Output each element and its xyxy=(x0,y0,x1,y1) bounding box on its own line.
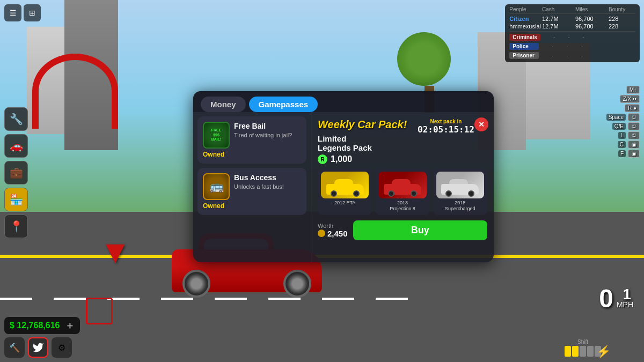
speed-number: 0 xyxy=(599,286,613,312)
hud-key-r: R ● xyxy=(606,104,640,112)
prisoner-section: Prisoner - - - xyxy=(509,51,635,60)
sidebar-shop-btn[interactable]: 🏪 xyxy=(4,188,28,211)
twitter-btn[interactable] xyxy=(28,337,48,358)
c-key: ◉ xyxy=(628,141,640,149)
sidebar-wrench-btn[interactable]: 🔧 xyxy=(4,107,28,131)
scoreboard: People Cash Miles Bounty Citizen 12.7M 9… xyxy=(505,4,640,62)
settings-btn[interactable]: ⚙ xyxy=(52,337,72,358)
buy-row: Worth 2,450 Buy xyxy=(318,220,487,240)
citizen-bounty: 228 xyxy=(609,16,635,22)
car-image-red xyxy=(378,172,426,198)
criminals-label: Criminals xyxy=(509,34,540,41)
car-image-white xyxy=(436,172,484,198)
free-bail-icon: FREE$$$BAIL! xyxy=(203,122,230,149)
citizen-label: Citizen xyxy=(509,16,541,22)
prisoner-label: Prisoner xyxy=(509,52,539,59)
pack-price: R 1,000 xyxy=(318,154,372,164)
weekly-car-pack: ✕ Weekly Car Pack! LimitedLegends Pack R… xyxy=(311,112,494,262)
next-pack-info: Next pack in 02:05:15:12 xyxy=(418,119,474,135)
buy-button[interactable]: Buy xyxy=(353,220,487,240)
criminals-section: Criminals - - - xyxy=(509,33,635,42)
space-key: ① xyxy=(628,113,640,121)
shop-body: FREE$$$BAIL! Free Bail Tired of waiting … xyxy=(193,112,494,262)
bottom-icons: 🔨 ⚙ xyxy=(4,337,80,358)
gp-name-free-bail: Free Bail xyxy=(234,122,301,130)
sidebar-bag-btn[interactable]: 💼 xyxy=(4,161,28,184)
shift-segments xyxy=(565,346,601,357)
cars-grid: 2012 ETA 2018 Projection 8 xyxy=(318,168,487,215)
worth-value: 2,450 xyxy=(318,229,348,238)
left-sidebar: 🔧 🚗 💼 🏪 📍 xyxy=(4,107,28,238)
pack-name: LimitedLegends Pack xyxy=(318,134,372,152)
citizen-row: Citizen 12.7M 96,700 228 xyxy=(509,15,635,23)
scoreboard-header: People Cash Miles Bounty xyxy=(509,6,635,14)
inventory-icon[interactable]: ☰ xyxy=(4,4,21,21)
close-button[interactable]: ✕ xyxy=(474,117,488,131)
citizen-miles: 96,700 xyxy=(575,16,608,22)
car-label-2: 2018 Projection 8 xyxy=(378,200,426,212)
worth-label: Worth xyxy=(318,223,348,229)
robux-icon: R xyxy=(318,154,327,164)
car-thumb-2: 2018 Projection 8 xyxy=(375,168,429,215)
gp-name-bus: Bus Access xyxy=(234,173,301,182)
red-arch-decoration xyxy=(32,54,118,129)
arrow-box-indicator xyxy=(86,298,113,324)
sb-cash-header: Cash xyxy=(542,6,574,12)
user-label: hmmexusiai xyxy=(509,23,541,29)
down-arrow-indicator: ▼ xyxy=(99,236,131,268)
car-label-1: 2012 ETA xyxy=(321,200,369,206)
next-pack-label: Next pack in xyxy=(418,119,474,124)
hammer-btn[interactable]: 🔨 xyxy=(4,337,25,358)
next-pack-timer: 02:05:15:12 xyxy=(418,124,474,135)
zx-key: Z/X •• xyxy=(620,95,640,103)
police-label: Police xyxy=(509,43,539,50)
tab-money[interactable]: Money xyxy=(201,97,246,112)
sidebar-car-btn[interactable]: 🚗 xyxy=(4,134,28,158)
hud-key-move: M↕ xyxy=(606,86,640,94)
electric-indicator: ⚡ xyxy=(596,345,611,359)
worth-number: 2,450 xyxy=(327,229,348,238)
owned-badge-bus: Owned xyxy=(203,202,301,210)
police-section: Police - - - xyxy=(509,42,635,51)
shift-bar: Shift xyxy=(565,339,601,357)
qe-key: ① xyxy=(628,122,640,130)
tab-gamepasses[interactable]: Gamepasses xyxy=(249,97,318,112)
top-left-icons: ☰ ⊞ xyxy=(4,4,41,21)
pack-price-num: 1,000 xyxy=(331,154,352,164)
car-thumb-1: 2012 ETA xyxy=(318,168,372,215)
gp-desc-bus: Unlocks a fast bus! xyxy=(234,183,301,190)
sb-people-header: People xyxy=(509,6,541,12)
gp-desc-free-bail: Tired of waiting in jail? xyxy=(234,131,301,139)
shift-label: Shift xyxy=(577,339,588,345)
list-item[interactable]: FREE$$$BAIL! Free Bail Tired of waiting … xyxy=(197,116,306,164)
user-miles: 96,700 xyxy=(575,23,608,29)
f-key: ◉ xyxy=(628,150,640,158)
bottom-left-hud: $ 12,768,616 ＋ 🔨 ⚙ xyxy=(4,317,80,358)
money-bar: $ 12,768,616 ＋ xyxy=(4,317,80,334)
list-item[interactable]: 🚌 Bus Access Unlocks a fast bus! Owned xyxy=(197,168,306,215)
speed-bars xyxy=(599,314,633,330)
user-row: hmmexusiai 12.7M 96,700 228 xyxy=(509,23,635,30)
wheel-right xyxy=(283,270,311,298)
gamepasses-list: FREE$$$BAIL! Free Bail Tired of waiting … xyxy=(193,112,311,262)
add-money-btn[interactable]: ＋ xyxy=(65,319,75,332)
hud-key-f: F ◉ xyxy=(606,150,640,158)
sb-miles-header: Miles xyxy=(575,6,608,12)
hud-key-c: C ◉ xyxy=(606,141,640,149)
bus-access-icon: 🚌 xyxy=(203,173,230,200)
hud-key-qe: Q/E ① xyxy=(606,122,640,130)
money-amount: $ 12,768,616 xyxy=(10,321,60,330)
car-label-3: 2018 Supercharged xyxy=(436,200,484,212)
sb-bounty-header: Bounty xyxy=(609,6,635,12)
r-key: R ● xyxy=(625,104,640,112)
move-key: M↕ xyxy=(626,86,640,94)
shop-tabs: Money Gamepasses xyxy=(193,91,494,112)
hud-key-l: L ① xyxy=(606,131,640,139)
citizen-cash: 12.7M xyxy=(542,16,574,22)
wheel-left xyxy=(182,270,210,298)
car-thumb-3: 2018 Supercharged xyxy=(433,168,487,215)
map-icon[interactable]: ⊞ xyxy=(24,4,41,21)
sidebar-pin-btn[interactable]: 📍 xyxy=(4,215,28,238)
shop-modal: Money Gamepasses FREE$$$BAIL! Free Bail … xyxy=(193,91,494,262)
owned-badge-free-bail: Owned xyxy=(203,151,301,158)
